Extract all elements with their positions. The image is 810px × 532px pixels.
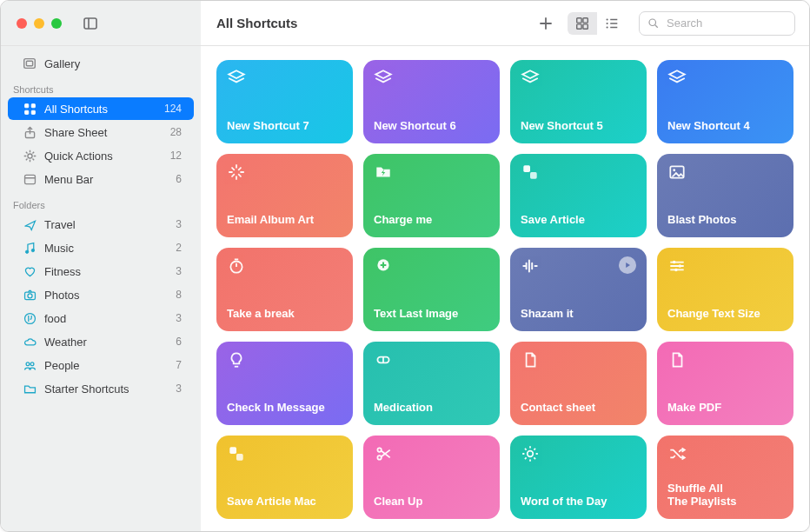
sidebar-item-menu-bar[interactable]: Menu Bar6	[8, 168, 194, 190]
sidebar-item-label: Weather	[44, 336, 87, 349]
search-field[interactable]	[639, 11, 795, 36]
sidebar-item-count: 3	[176, 312, 182, 324]
camera-icon	[22, 287, 37, 303]
shortcut-card[interactable]: Change Text Size	[657, 248, 793, 331]
titlebar: All Shortcuts	[1, 1, 809, 46]
toggle-sidebar-button[interactable]	[81, 15, 100, 32]
shortcut-label: Shazam it	[521, 308, 636, 321]
sidebar-item-label: Fitness	[44, 265, 81, 278]
titlebar-left	[1, 1, 201, 45]
shortcut-label: Email Album Art	[227, 214, 342, 227]
shortcut-label: Save Article	[521, 214, 636, 227]
people-icon	[22, 357, 37, 373]
shortcut-card[interactable]: New Shortcut 7	[216, 60, 353, 143]
search-input[interactable]	[667, 17, 810, 30]
shortcut-label: Word of the Day	[521, 495, 636, 509]
sidebar-section-shortcuts: Shortcuts	[1, 76, 201, 96]
doc-icon	[521, 350, 540, 369]
sidebar-item-count: 2	[176, 242, 182, 254]
sidebar-item-label: Gallery	[44, 57, 80, 70]
sidebar-item-label: Share Sheet	[44, 126, 107, 139]
fullscreen-window-button[interactable]	[51, 18, 62, 29]
shortcut-card[interactable]: Check In Message	[216, 342, 353, 425]
fork-icon	[22, 310, 37, 326]
folder-icon	[22, 381, 37, 396]
shortcut-label: Save Article Mac	[227, 495, 342, 509]
shortcut-card[interactable]: Save Article	[510, 154, 647, 237]
sidebar-item-label: Photos	[44, 289, 79, 302]
shortcut-label: Make PDF	[667, 402, 783, 415]
sidebar-item-music[interactable]: Music2	[8, 236, 194, 259]
shortcut-card[interactable]: Text Last Image	[363, 248, 500, 331]
shortcut-label: Medication	[374, 402, 489, 415]
shortcut-card[interactable]: Shuffle AllThe Playlists	[657, 436, 793, 519]
sidebar-item-count: 3	[176, 382, 182, 395]
sidebar-item-people[interactable]: People7	[8, 354, 194, 376]
shortcut-label: Check In Message	[227, 402, 342, 415]
grid-icon	[22, 101, 37, 116]
grid-view-button[interactable]	[568, 12, 597, 35]
sidebar-item-count: 6	[176, 173, 182, 185]
sidebar-item-count: 12	[170, 150, 182, 162]
shortcut-label: Change Text Size	[667, 308, 783, 321]
sidebar-item-count: 124	[164, 103, 182, 115]
sidebar-item-label: People	[44, 359, 79, 372]
sidebar-item-gallery[interactable]: Gallery	[8, 52, 194, 75]
shortcut-label: Charge me	[374, 214, 489, 227]
shortcut-card[interactable]: Clean Up	[363, 436, 500, 519]
shortcut-card[interactable]: Save Article Mac	[216, 436, 353, 519]
page-title: All Shortcuts	[216, 16, 297, 30]
sidebar-item-food[interactable]: food3	[8, 307, 194, 329]
shortcut-card[interactable]: Charge me	[363, 154, 500, 237]
sidebar-item-label: Quick Actions	[44, 150, 113, 163]
shortcut-card[interactable]: Contact sheet	[510, 342, 647, 425]
sidebar-item-fitness[interactable]: Fitness3	[8, 260, 194, 283]
minimize-window-button[interactable]	[34, 18, 44, 29]
sidebar-item-travel[interactable]: Travel3	[8, 213, 194, 236]
titlebar-right: All Shortcuts	[201, 1, 809, 45]
shortcut-card[interactable]: Make PDF	[657, 342, 793, 425]
layers-icon	[374, 69, 393, 88]
shortcut-label: New Shortcut 7	[227, 120, 342, 133]
menubar-icon	[22, 171, 37, 187]
sidebar-item-weather[interactable]: Weather6	[8, 330, 194, 353]
sidebar-item-label: Travel	[44, 218, 76, 231]
window-controls	[17, 18, 62, 29]
message-plus-icon	[374, 256, 393, 276]
shortcut-card[interactable]: New Shortcut 6	[363, 60, 500, 143]
shortcut-card[interactable]: Blast Photos	[657, 154, 793, 237]
close-window-button[interactable]	[17, 18, 27, 29]
sidebar-item-share-sheet[interactable]: Share Sheet28	[8, 121, 194, 143]
sidebar-item-quick-actions[interactable]: Quick Actions12	[8, 144, 194, 167]
sidebar: Gallery Shortcuts All Shortcuts124Share …	[1, 46, 201, 531]
shortcut-card[interactable]: Medication	[363, 342, 500, 425]
shortcut-card[interactable]: Take a break	[216, 248, 353, 331]
sidebar-item-count: 3	[176, 218, 182, 230]
shortcut-card[interactable]: New Shortcut 5	[510, 60, 647, 143]
sidebar-item-photos[interactable]: Photos8	[8, 283, 194, 306]
sidebar-item-starter-shortcuts[interactable]: Starter Shortcuts3	[8, 377, 194, 400]
shortcut-label: Blast Photos	[667, 214, 783, 227]
scissors-icon	[374, 444, 393, 463]
shortcut-card[interactable]: New Shortcut 4	[657, 60, 793, 143]
body: Gallery Shortcuts All Shortcuts124Share …	[1, 46, 809, 531]
plane-icon	[22, 216, 37, 232]
shortcut-label: New Shortcut 5	[521, 120, 636, 133]
shortcut-card[interactable]: Word of the Day	[510, 436, 647, 519]
sidebar-item-all-shortcuts[interactable]: All Shortcuts124	[8, 97, 194, 120]
sidebar-item-label: Music	[44, 242, 74, 255]
timer-icon	[227, 256, 246, 276]
new-shortcut-button[interactable]	[533, 11, 559, 36]
layers-icon	[667, 69, 687, 88]
toolbar	[533, 11, 795, 36]
layers-icon	[227, 69, 246, 88]
list-view-button[interactable]	[597, 12, 627, 35]
translate-icon	[227, 444, 246, 463]
shortcut-card[interactable]: Shazam it	[510, 248, 647, 331]
app-window: All Shortcuts	[0, 0, 810, 532]
shortcut-card[interactable]: Email Album Art	[216, 154, 353, 237]
sparkle-icon	[227, 163, 246, 182]
sliders-icon	[667, 256, 687, 276]
play-icon[interactable]	[619, 256, 636, 274]
sun-icon	[521, 444, 540, 463]
